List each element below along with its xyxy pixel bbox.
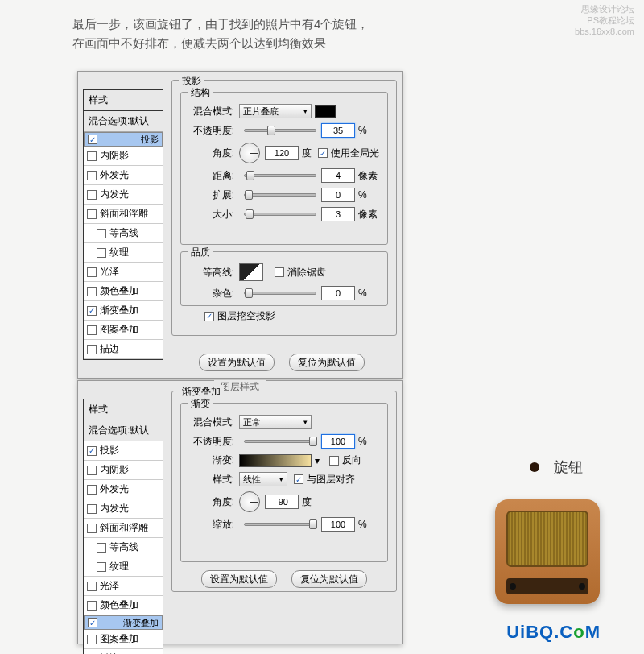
brand-logo: UiBQ.CoM [506, 622, 601, 643]
set-default-button[interactable]: 设置为默认值 [201, 570, 277, 588]
angle-input[interactable]: 120 [265, 146, 299, 160]
style-item-描边[interactable]: 描边 [84, 340, 163, 359]
opacity-slider[interactable] [244, 129, 316, 132]
style-item-label: 渐变叠加 [123, 617, 159, 629]
style-checkbox[interactable] [87, 190, 97, 200]
style-item-纹理[interactable]: 纹理 [84, 243, 163, 263]
distance-slider[interactable] [244, 174, 316, 177]
style-checkbox[interactable] [97, 248, 106, 258]
style-checkbox[interactable] [87, 446, 97, 456]
chevron-down-icon[interactable]: ▾ [315, 455, 320, 466]
opacity-input[interactable]: 100 [321, 434, 355, 449]
style-checkbox[interactable] [87, 287, 97, 296]
blend-mode-select[interactable]: 正片叠底▾ [239, 104, 312, 118]
style-checkbox[interactable] [87, 171, 97, 180]
style-item-外发光[interactable]: 外发光 [84, 166, 163, 185]
style-item-内阴影[interactable]: 内阴影 [84, 461, 163, 480]
style-checkbox[interactable] [97, 229, 106, 238]
size-slider[interactable] [244, 213, 316, 216]
reset-default-button[interactable]: 复位为默认值 [289, 354, 365, 371]
blend-options-row[interactable]: 混合选项:默认 [84, 111, 163, 132]
style-item-等高线[interactable]: 等高线 [84, 538, 163, 557]
spread-input[interactable]: 0 [321, 188, 355, 202]
opacity-slider[interactable] [244, 440, 316, 443]
style-checkbox[interactable] [87, 151, 97, 161]
chevron-down-icon: ▾ [303, 418, 308, 426]
style-checkbox[interactable] [87, 524, 97, 533]
style-checkbox[interactable] [87, 325, 97, 335]
style-checkbox[interactable] [87, 601, 97, 611]
style-item-label: 图案叠加 [100, 632, 138, 646]
gradient-picker[interactable] [239, 454, 312, 467]
style-checkbox[interactable] [87, 209, 97, 219]
set-default-button[interactable]: 设置为默认值 [199, 354, 275, 371]
style-item-光泽[interactable]: 光泽 [84, 263, 163, 282]
style-item-图案叠加[interactable]: 图案叠加 [84, 630, 163, 649]
angle-dial[interactable] [239, 143, 260, 164]
style-item-斜面和浮雕[interactable]: 斜面和浮雕 [84, 205, 163, 224]
style-checkbox[interactable] [88, 618, 97, 627]
style-item-斜面和浮雕[interactable]: 斜面和浮雕 [84, 519, 163, 538]
style-item-纹理[interactable]: 纹理 [84, 557, 163, 577]
noise-slider[interactable] [244, 292, 316, 295]
align-layer-checkbox[interactable] [294, 474, 303, 484]
distance-input[interactable]: 4 [321, 168, 355, 183]
style-item-描边[interactable]: 描边 [84, 649, 163, 654]
angle-dial[interactable] [239, 491, 260, 512]
style-item-投影[interactable]: 投影 [84, 441, 163, 461]
style-checkbox[interactable] [87, 504, 97, 514]
color-swatch[interactable] [315, 105, 336, 118]
style-item-投影[interactable]: 投影 [84, 132, 163, 147]
style-item-label: 颜色叠加 [100, 284, 138, 298]
reset-default-button[interactable]: 复位为默认值 [291, 570, 367, 588]
blend-mode-select[interactable]: 正常▾ [239, 415, 312, 429]
noise-input[interactable]: 0 [321, 286, 355, 300]
scale-slider[interactable] [244, 523, 316, 526]
style-item-光泽[interactable]: 光泽 [84, 577, 163, 596]
spread-slider[interactable] [244, 193, 316, 197]
style-checkbox[interactable] [87, 485, 97, 495]
opacity-input[interactable]: 35 [321, 123, 355, 138]
style-checkbox[interactable] [87, 466, 97, 475]
style-item-等高线[interactable]: 等高线 [84, 224, 163, 243]
use-global-light-checkbox[interactable] [318, 148, 328, 158]
style-item-内阴影[interactable]: 内阴影 [84, 147, 163, 166]
style-item-渐变叠加[interactable]: 渐变叠加 [84, 301, 163, 321]
style-item-label: 外发光 [100, 168, 129, 182]
quality-group: 品质 等高线: 消除锯齿 杂色: 0 % [180, 251, 388, 306]
layer-style-dialog-gradient: 图层样式 样式 混合选项:默认 投影内阴影外发光内发光斜面和浮雕等高线纹理光泽颜… [77, 380, 402, 644]
style-item-渐变叠加[interactable]: 渐变叠加 [84, 615, 163, 630]
style-item-label: 光泽 [100, 579, 119, 593]
style-item-label: 内发光 [100, 502, 129, 515]
scale-input[interactable]: 100 [321, 517, 355, 532]
style-item-颜色叠加[interactable]: 颜色叠加 [84, 596, 163, 615]
antialias-checkbox[interactable] [275, 267, 284, 277]
style-checkbox[interactable] [87, 635, 97, 644]
style-checkbox[interactable] [97, 562, 106, 572]
style-checkbox[interactable] [87, 582, 97, 591]
style-item-label: 投影 [100, 444, 119, 457]
bullet-icon [530, 462, 539, 472]
style-item-label: 外发光 [100, 482, 129, 496]
knockout-checkbox[interactable] [204, 312, 214, 321]
style-checkbox[interactable] [87, 345, 97, 354]
style-item-外发光[interactable]: 外发光 [84, 480, 163, 499]
style-checkbox[interactable] [88, 135, 97, 144]
style-item-内发光[interactable]: 内发光 [84, 499, 163, 519]
size-input[interactable]: 3 [321, 207, 355, 221]
style-checkbox[interactable] [87, 267, 97, 277]
style-select[interactable]: 线性▾ [239, 472, 287, 486]
style-item-内发光[interactable]: 内发光 [84, 185, 163, 205]
structure-group: 结构 混合模式: 正片叠底▾ 不透明度: 35 % 角度: 120 度 使用全局… [180, 92, 388, 245]
style-item-颜色叠加[interactable]: 颜色叠加 [84, 282, 163, 301]
style-item-图案叠加[interactable]: 图案叠加 [84, 321, 163, 340]
layer-style-dialog-shadow: 样式 混合选项:默认 投影内阴影外发光内发光斜面和浮雕等高线纹理光泽颜色叠加渐变… [77, 71, 402, 379]
reverse-checkbox[interactable] [329, 456, 339, 466]
styles-list: 样式 混合选项:默认 投影内阴影外发光内发光斜面和浮雕等高线纹理光泽颜色叠加渐变… [83, 89, 163, 360]
style-checkbox[interactable] [97, 543, 106, 553]
style-item-label: 光泽 [100, 265, 119, 279]
style-checkbox[interactable] [87, 306, 97, 316]
style-item-label: 斜面和浮雕 [100, 207, 148, 221]
angle-input[interactable]: -90 [265, 495, 299, 509]
contour-picker[interactable] [239, 263, 263, 281]
